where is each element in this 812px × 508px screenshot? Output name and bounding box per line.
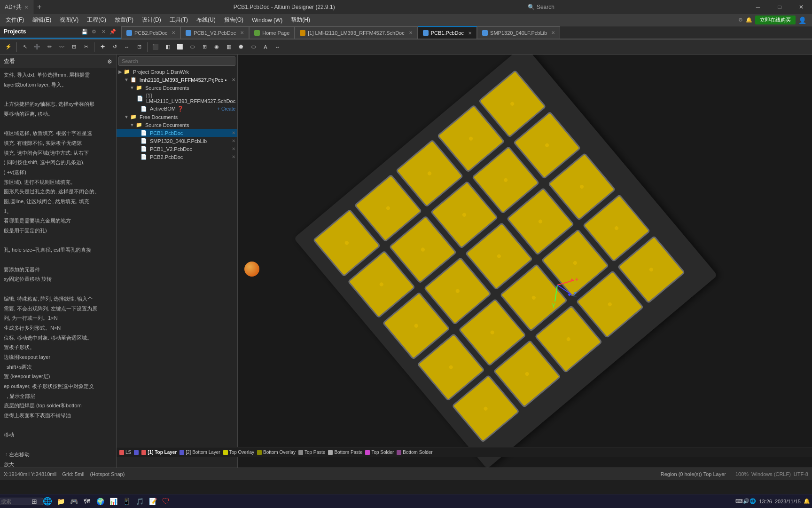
tree-label-freedocs: Free Documents — [140, 114, 235, 120]
tree-item-smp[interactable]: 📄 SMP1320_040LF.PcbLib ✕ — [117, 137, 237, 145]
layer-toppaste[interactable]: Top Paste — [298, 450, 325, 455]
tool-flip[interactable]: ↔ — [121, 41, 133, 53]
menu-tools[interactable]: 工具(T) — [166, 15, 192, 25]
menu-route[interactable]: 布线(U) — [193, 15, 219, 25]
tree-action-pcb1[interactable]: ✕ — [232, 130, 235, 135]
tab-schdoc[interactable]: [1] LMH2110_LM393_RFFM4527.SchDoc ✕ — [295, 26, 417, 39]
tool-fill[interactable]: ▦ — [223, 41, 234, 53]
tool-drc[interactable]: ◧ — [162, 41, 173, 53]
projects-panel-config[interactable]: ⚙ — [90, 27, 98, 36]
tree-item-freedocs[interactable]: ▼ 📁 Free Documents — [117, 113, 237, 121]
tree-item-pcb2[interactable]: 📄 PCB2.PcbDoc ✕ — [117, 153, 237, 161]
close-button[interactable]: ✕ — [790, 0, 812, 14]
tool-route2[interactable]: ⬭ — [187, 41, 198, 53]
taskbar-app1[interactable]: 🎮 — [68, 495, 80, 508]
tool-filter[interactable]: ⚡ — [3, 41, 14, 53]
layer-bottompaste[interactable]: Bottom Paste — [328, 450, 362, 455]
tree-create-bom[interactable]: + Create — [217, 106, 235, 111]
layer-bottom[interactable]: [2] Bottom Layer — [180, 450, 220, 455]
taskbar-browser[interactable]: 🌐 — [41, 495, 54, 508]
tree-item-pcb1[interactable]: 📄 PCB1.PcbDoc ✕ — [117, 129, 237, 137]
tool-place-comp[interactable]: ⊞ — [68, 41, 79, 53]
tab-close-schdoc[interactable]: ✕ — [409, 30, 413, 35]
menu-window[interactable]: Window (W) — [248, 16, 286, 24]
tree-item-lmh-project[interactable]: ▼ 📋 lmh2110_LM393_RFFM4527.PrjPcb • ✕ — [117, 76, 237, 84]
projects-panel-close[interactable]: ✕ — [99, 27, 108, 36]
tab-pcb1[interactable]: PCB1.PcbDoc ✕ — [418, 26, 477, 39]
tab-close-smp[interactable]: ✕ — [551, 30, 555, 35]
tool-rotate[interactable]: ↺ — [109, 41, 120, 53]
menu-help[interactable]: 帮助(H) — [287, 15, 314, 25]
projects-search-input[interactable] — [118, 56, 235, 66]
tab-pcb2[interactable]: PCB2.PcbDoc ✕ — [121, 26, 180, 39]
left-panel-gear[interactable]: ⚙ — [107, 58, 112, 65]
tab-homepage[interactable]: Home Page — [249, 26, 295, 39]
tool-route[interactable]: ⬜ — [174, 41, 186, 53]
taskbar-app3[interactable]: 🌍 — [94, 495, 106, 508]
tool-draw[interactable]: ✏ — [44, 41, 55, 53]
tree-item-schdoc[interactable]: 📄 [1] LMH2110_LM393_RFFM4527.SchDoc ✕ — [117, 92, 237, 105]
tool-dimension[interactable]: ↔ — [272, 41, 283, 53]
layer-ls[interactable]: LS — [119, 450, 131, 455]
tree-item-activebom[interactable]: 📄 ActiveBOM ❓ + Create — [117, 105, 237, 113]
tool-align[interactable]: ⊡ — [133, 41, 145, 53]
layer-top[interactable]: [1] Top Layer — [141, 450, 177, 455]
taskbar-taskview[interactable]: ⊞ — [28, 495, 40, 508]
layer-bottomsolder[interactable]: Bottom Solder — [397, 450, 432, 455]
tool-keepout[interactable]: ⬭ — [248, 41, 259, 53]
projects-panel-save[interactable]: 💾 — [80, 27, 89, 36]
taskbar-app7[interactable]: 📝 — [147, 495, 159, 508]
taskbar-folder[interactable]: 📁 — [55, 495, 67, 508]
tab-smp[interactable]: SMP1320_040LF.PcbLib ✕ — [477, 26, 560, 39]
tool-3d[interactable]: ⬛ — [150, 41, 161, 53]
menu-file[interactable]: 文件(F) — [2, 15, 28, 25]
tree-item-group[interactable]: ▶ 📁 Project Group 1.DsnWrk — [117, 68, 237, 76]
note-30: 边缘图keepout layer — [2, 352, 114, 362]
menu-place[interactable]: 放置(P) — [111, 15, 137, 25]
taskbar-app6[interactable]: 🎵 — [133, 495, 146, 508]
tool-wire[interactable]: 〰 — [56, 41, 67, 53]
layer-topsolder[interactable]: Top Solder — [365, 450, 394, 455]
tab-close-pcb1v2[interactable]: ✕ — [240, 30, 244, 35]
taskbar-app5[interactable]: 📱 — [120, 495, 133, 508]
tree-action-schdoc[interactable]: ✕ — [237, 96, 237, 101]
taskbar-app2[interactable]: 🗺 — [81, 495, 93, 508]
tree-item-sourcedocs-1[interactable]: ▼ 📁 Source Documents — [117, 84, 237, 92]
note-8: 填充. 有缝隙不怕, 实际板子无缝隙 — [2, 138, 114, 148]
menu-report[interactable]: 报告(O) — [220, 15, 247, 25]
minimize-button[interactable]: ─ — [747, 0, 769, 14]
tool-polygon[interactable]: ⬟ — [235, 41, 247, 53]
tree-item-sourcedocs-2[interactable]: ▼ 📁 Source Documents — [117, 121, 237, 129]
tool-pad[interactable]: ◉ — [211, 41, 222, 53]
taskbar-app8[interactable]: 🛡 — [160, 495, 172, 508]
tree-item-pcb1v2[interactable]: 📄 PCB1_V2.PcbDoc ✕ — [117, 145, 237, 153]
menu-design[interactable]: 设计(D) — [138, 15, 165, 25]
taskbar-app4[interactable]: 📊 — [107, 495, 119, 508]
tree-action-smp[interactable]: ✕ — [232, 138, 235, 143]
menu-edit[interactable]: 编辑(E) — [29, 15, 55, 25]
new-tab-button[interactable]: + — [33, 1, 46, 13]
app-tab[interactable]: AD+共 ✕ — [0, 0, 33, 14]
tab-close-pcb2[interactable]: ✕ — [172, 30, 175, 35]
menu-project[interactable]: 工程(C) — [83, 15, 110, 25]
projects-panel-pin[interactable]: 📌 — [109, 27, 117, 36]
taskbar-notification[interactable]: 🔔 — [804, 498, 810, 504]
tab-pcb1v2[interactable]: PCB1_V2.PcbDoc ✕ — [180, 26, 249, 39]
tree-close-lmh[interactable]: ✕ — [232, 77, 235, 82]
tool-zoom-in[interactable]: ➕ — [31, 41, 43, 53]
layer-topoverlay[interactable]: Top Overlay — [223, 450, 254, 455]
taskbar-search[interactable] — [15, 495, 27, 508]
tool-select[interactable]: ↖ — [19, 41, 31, 53]
tool-text[interactable]: A — [260, 41, 271, 53]
online-purchase-button[interactable]: 立即在线购买 — [755, 16, 796, 24]
tree-action-pcb1v2[interactable]: ✕ — [232, 146, 235, 151]
tab-close-pcb1[interactable]: ✕ — [468, 31, 472, 36]
tool-delete[interactable]: ✂ — [80, 41, 92, 53]
tool-move[interactable]: ✚ — [97, 41, 108, 53]
tool-via[interactable]: ⊞ — [199, 41, 210, 53]
layer-bottomoverlay[interactable]: Bottom Overlay — [257, 450, 296, 455]
maximize-button[interactable]: □ — [769, 0, 790, 14]
pcb-canvas[interactable]: + Y Z — [238, 55, 812, 471]
menu-view[interactable]: 视图(V) — [56, 15, 82, 25]
tree-action-pcb2[interactable]: ✕ — [232, 154, 235, 159]
